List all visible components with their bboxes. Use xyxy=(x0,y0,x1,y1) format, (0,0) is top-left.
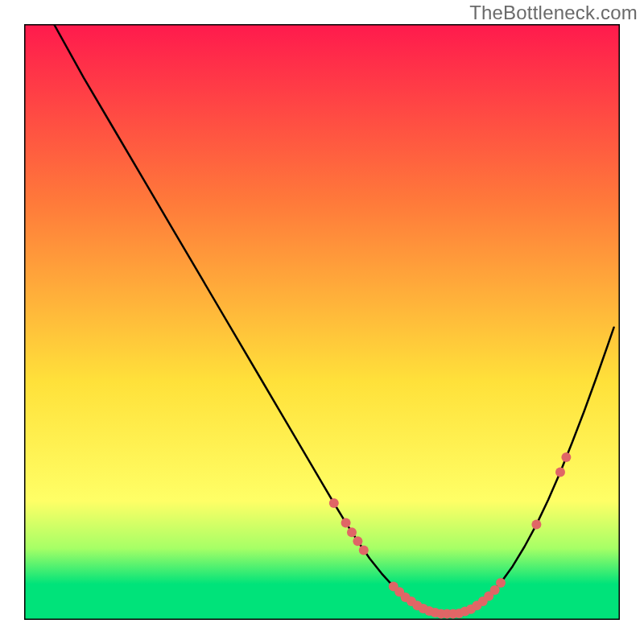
data-dot xyxy=(359,545,369,555)
plot-area xyxy=(24,24,620,620)
data-dot xyxy=(555,468,565,477)
chart-svg xyxy=(24,24,620,620)
data-dot xyxy=(341,518,351,527)
data-dot xyxy=(347,527,357,537)
data-dot xyxy=(353,536,362,546)
watermark-text: TheBottleneck.com xyxy=(469,2,638,24)
data-dot xyxy=(329,498,339,508)
gradient-background xyxy=(24,24,620,620)
data-dot xyxy=(561,452,571,462)
chart-frame: TheBottleneck.com xyxy=(0,0,644,644)
data-dot xyxy=(496,578,506,588)
data-dot xyxy=(531,520,541,530)
